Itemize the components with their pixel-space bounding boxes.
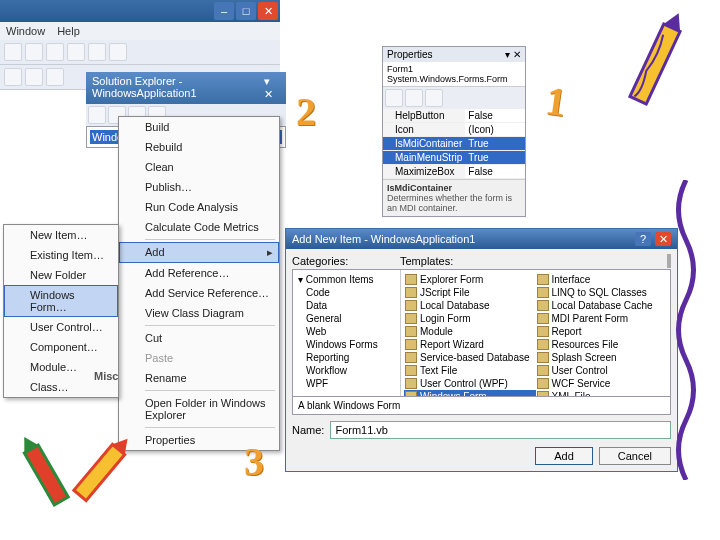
- name-input[interactable]: [330, 421, 671, 439]
- category-root-label: Common Items: [306, 274, 374, 285]
- menu-rebuild[interactable]: Rebuild: [119, 137, 279, 157]
- menu-add-service-ref[interactable]: Add Service Reference…: [119, 283, 279, 303]
- template-item[interactable]: Resources File: [536, 338, 668, 351]
- file-icon: [405, 365, 417, 376]
- template-item[interactable]: JScript File: [404, 286, 536, 299]
- step-number-3: 3: [244, 438, 264, 485]
- menu-open-folder[interactable]: Open Folder in Windows Explorer: [119, 393, 279, 425]
- misc-tab[interactable]: Misc: [94, 370, 118, 382]
- pin-icon[interactable]: ▾ ✕: [264, 75, 280, 101]
- file-icon: [537, 391, 549, 396]
- category-item[interactable]: Workflow: [296, 364, 397, 377]
- file-icon: [537, 300, 549, 311]
- step-number-2: 2: [296, 88, 316, 135]
- file-icon: [537, 339, 549, 350]
- menu-clean[interactable]: Clean: [119, 157, 279, 177]
- template-item[interactable]: WCF Service: [536, 377, 668, 390]
- menu-add-reference[interactable]: Add Reference…: [119, 263, 279, 283]
- prop-value[interactable]: True: [465, 151, 525, 164]
- close-icon[interactable]: ✕: [258, 2, 278, 20]
- menu-publish[interactable]: Publish…: [119, 177, 279, 197]
- category-item[interactable]: General: [296, 312, 397, 325]
- file-icon: [405, 326, 417, 337]
- template-item[interactable]: Report: [536, 325, 668, 338]
- help-icon[interactable]: ?: [635, 232, 651, 246]
- category-item[interactable]: Reporting: [296, 351, 397, 364]
- properties-object[interactable]: Form1 System.Windows.Forms.Form: [383, 62, 525, 87]
- template-item[interactable]: MDI Parent Form: [536, 312, 668, 325]
- menu-existing-item[interactable]: Existing Item…: [4, 245, 118, 265]
- prop-value[interactable]: (Icon): [465, 123, 525, 136]
- maximize-icon[interactable]: □: [236, 2, 256, 20]
- prop-value[interactable]: True: [465, 137, 525, 150]
- svg-rect-4: [74, 444, 125, 500]
- file-icon: [405, 391, 417, 396]
- squiggle-decoration-icon: [666, 180, 706, 480]
- template-item[interactable]: LINQ to SQL Classes: [536, 286, 668, 299]
- category-item[interactable]: Web: [296, 325, 397, 338]
- prop-desc-title: IsMdiContainer: [387, 183, 452, 193]
- template-item[interactable]: Login Form: [404, 312, 536, 325]
- toolbar-button[interactable]: [4, 68, 22, 86]
- toolbar-button[interactable]: [425, 89, 443, 107]
- menu-rename[interactable]: Rename: [119, 368, 279, 388]
- categories-label: Categories:: [292, 255, 400, 267]
- template-item[interactable]: Local Database: [404, 299, 536, 312]
- toolbar-button[interactable]: [109, 43, 127, 61]
- menu-run-analysis[interactable]: Run Code Analysis: [119, 197, 279, 217]
- toolbar-button[interactable]: [67, 43, 85, 61]
- category-root[interactable]: ▾ Common Items: [296, 273, 397, 286]
- prop-value[interactable]: False: [465, 165, 525, 178]
- dialog-titlebar: Add New Item - WindowsApplication1 ? ✕: [286, 229, 677, 249]
- dialog-title-text: Add New Item - WindowsApplication1: [292, 233, 475, 245]
- minimize-icon[interactable]: –: [214, 2, 234, 20]
- toolbar-button[interactable]: [46, 43, 64, 61]
- menu-new-folder[interactable]: New Folder: [4, 265, 118, 285]
- menu-user-control[interactable]: User Control…: [4, 317, 118, 337]
- template-item[interactable]: Text File: [404, 364, 536, 377]
- add-button[interactable]: Add: [535, 447, 593, 465]
- template-item[interactable]: Module: [404, 325, 536, 338]
- template-item-selected[interactable]: Windows Form: [404, 390, 536, 396]
- menu-component[interactable]: Component…: [4, 337, 118, 357]
- template-item[interactable]: User Control: [536, 364, 668, 377]
- toolbar-button[interactable]: [88, 106, 106, 124]
- template-item[interactable]: Report Wizard: [404, 338, 536, 351]
- toolbar-button[interactable]: [405, 89, 423, 107]
- prop-value[interactable]: False: [465, 109, 525, 122]
- menu-cut[interactable]: Cut: [119, 328, 279, 348]
- toolbar-button[interactable]: [88, 43, 106, 61]
- toolbar-button[interactable]: [4, 43, 22, 61]
- menu-window[interactable]: Window: [6, 25, 45, 37]
- template-item[interactable]: Local Database Cache: [536, 299, 668, 312]
- menu-code-metrics[interactable]: Calculate Code Metrics: [119, 217, 279, 237]
- category-item[interactable]: Data: [296, 299, 397, 312]
- menu-windows-form[interactable]: Windows Form…: [4, 285, 118, 317]
- template-item[interactable]: XML File: [536, 390, 668, 396]
- category-item[interactable]: WPF: [296, 377, 397, 390]
- template-item[interactable]: Explorer Form: [404, 273, 536, 286]
- toolbar-button[interactable]: [25, 43, 43, 61]
- svg-rect-0: [630, 24, 680, 104]
- category-item[interactable]: Windows Forms: [296, 338, 397, 351]
- properties-grid: HelpButtonFalse Icon(Icon) IsMdiContaine…: [383, 109, 525, 179]
- categories-pane: ▾ Common Items Code Data General Web Win…: [293, 270, 401, 396]
- template-item[interactable]: Splash Screen: [536, 351, 668, 364]
- prop-desc-body: Determines whether the form is an MDI co…: [387, 193, 512, 213]
- add-new-item-dialog: Add New Item - WindowsApplication1 ? ✕ C…: [285, 228, 678, 472]
- menu-new-item[interactable]: New Item…: [4, 225, 118, 245]
- close-icon[interactable]: ▾ ✕: [505, 49, 521, 60]
- toolbar-button[interactable]: [25, 68, 43, 86]
- menu-build[interactable]: Build: [119, 117, 279, 137]
- menu-class-diagram[interactable]: View Class Diagram: [119, 303, 279, 323]
- template-item[interactable]: User Control (WPF): [404, 377, 536, 390]
- category-item[interactable]: Code: [296, 286, 397, 299]
- toolbar-button[interactable]: [46, 68, 64, 86]
- template-item[interactable]: Service-based Database: [404, 351, 536, 364]
- toolbar-button[interactable]: [385, 89, 403, 107]
- cancel-button[interactable]: Cancel: [599, 447, 671, 465]
- menu-help[interactable]: Help: [57, 25, 80, 37]
- property-row: Icon(Icon): [383, 123, 525, 137]
- template-item[interactable]: Interface: [536, 273, 668, 286]
- menu-add[interactable]: Add▸: [119, 242, 279, 263]
